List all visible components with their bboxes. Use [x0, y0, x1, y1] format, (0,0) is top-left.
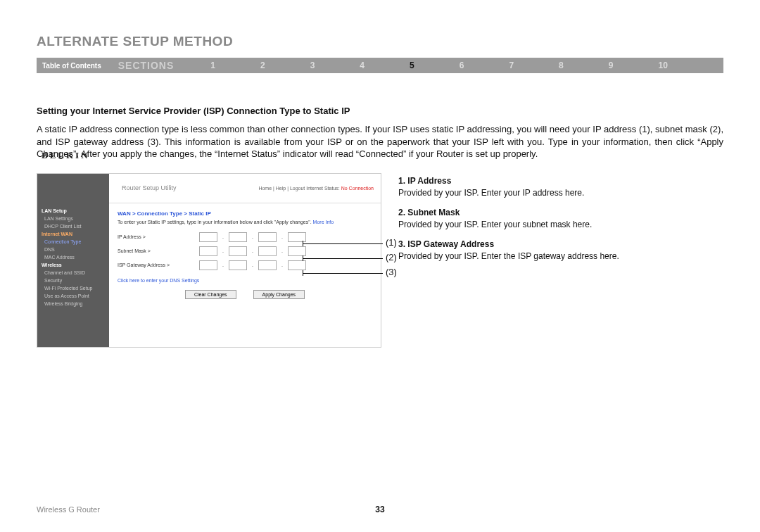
- section-link-10[interactable]: 10: [635, 61, 690, 70]
- gateway-octet-1[interactable]: [199, 260, 217, 270]
- sidebar-item-bridge[interactable]: Wireless Bridging: [44, 301, 105, 306]
- sidebar-item-dhcp[interactable]: DHCP Client List: [44, 224, 105, 229]
- internet-status-value: No Connection: [341, 186, 374, 191]
- router-header-links[interactable]: Home | Help | Logout Internet Status: No…: [258, 186, 374, 191]
- subnet-octet-4[interactable]: [288, 246, 306, 256]
- annotation-1: (1): [386, 237, 397, 248]
- section-link-2[interactable]: 2: [238, 61, 288, 70]
- list-item-2-text: Provided by your ISP. Enter your subnet …: [398, 220, 723, 229]
- annotation-tick-3: [303, 270, 303, 276]
- annotation-2: (2): [386, 252, 397, 262]
- section-link-3[interactable]: 3: [288, 61, 338, 70]
- field-row-gateway: ISP Gateway Address > . . .: [109, 258, 381, 272]
- field-row-ip: IP Address > . . .: [109, 230, 381, 244]
- ip-octet-1[interactable]: [199, 232, 217, 242]
- router-instruction: To enter your Static IP settings, type i…: [109, 220, 381, 230]
- section-link-9[interactable]: 9: [586, 61, 636, 70]
- ip-octet-3[interactable]: [258, 232, 277, 242]
- gateway-octet-3[interactable]: [258, 260, 277, 270]
- router-sidebar: BELKIN LAN Setup LAN Settings DHCP Clien…: [37, 174, 109, 347]
- sections-label: sections: [118, 60, 189, 71]
- ip-octet-2[interactable]: [229, 232, 247, 242]
- list-item-3-label: 3. ISP Gateway Address: [398, 239, 723, 249]
- annotation-tick-1: [303, 241, 303, 246]
- gateway-octet-4[interactable]: [288, 260, 306, 270]
- section-link-4[interactable]: 4: [337, 61, 387, 70]
- apply-changes-button[interactable]: Apply Changes: [253, 290, 305, 299]
- sidebar-lan-setup: LAN Setup: [42, 208, 105, 213]
- sidebar-internet-wan: Internet WAN: [42, 232, 105, 236]
- section-link-6[interactable]: 6: [437, 61, 487, 70]
- sidebar-item-security[interactable]: Security: [44, 278, 105, 283]
- annotation-line-2: [303, 258, 383, 259]
- ip-octet-4[interactable]: [288, 232, 306, 242]
- annotation-line-1: [303, 243, 383, 244]
- section-subheading: Setting your Internet Service Provider (…: [37, 106, 723, 116]
- list-item-1-text: Provided by your ISP. Enter your IP addr…: [398, 188, 723, 198]
- router-main: Router Setup Utility Home | Help | Logou…: [109, 174, 381, 347]
- gateway-octet-2[interactable]: [229, 260, 247, 270]
- router-breadcrumb: WAN > Connection Type > Static IP: [109, 203, 381, 220]
- section-link-8[interactable]: 8: [536, 61, 586, 70]
- sidebar-item-channel[interactable]: Channel and SSID: [44, 270, 105, 275]
- sidebar-item-lan-settings[interactable]: LAN Settings: [44, 216, 105, 221]
- product-name: Wireless G Router: [37, 505, 100, 514]
- intro-paragraph: A static IP address connection type is l…: [37, 123, 723, 160]
- clear-changes-button[interactable]: Clear Changes: [185, 290, 236, 299]
- brand-logo: BELKIN: [42, 150, 90, 161]
- field-row-subnet: Subnet Mask > . . .: [109, 244, 381, 258]
- router-utility-title: Router Setup Utility: [122, 184, 177, 191]
- page-number: 33: [375, 505, 384, 514]
- header-links-text: Home | Help | Logout Internet Status:: [258, 186, 339, 191]
- instr-text: To enter your Static IP settings, type i…: [118, 220, 312, 224]
- annotation-tick-2: [303, 255, 303, 261]
- sidebar-item-wps[interactable]: Wi-Fi Protected Setup: [44, 286, 105, 291]
- ip-label: IP Address >: [118, 234, 195, 239]
- gateway-label: ISP Gateway Address >: [118, 262, 195, 267]
- annotation-line-3: [303, 273, 383, 274]
- router-ui-screenshot: BELKIN LAN Setup LAN Settings DHCP Clien…: [37, 173, 381, 348]
- toc-link[interactable]: Table of Contents: [42, 62, 118, 70]
- sidebar-item-ap[interactable]: Use as Access Point: [44, 293, 105, 298]
- sidebar-item-connection-type[interactable]: Connection Type: [44, 239, 105, 244]
- dns-settings-link[interactable]: Click here to enter your DNS Settings: [109, 272, 381, 283]
- numbered-list: 1. IP Address Provided by your ISP. Ente…: [398, 176, 723, 261]
- section-link-1[interactable]: 1: [188, 61, 238, 70]
- subnet-octet-2[interactable]: [229, 246, 247, 256]
- section-link-7[interactable]: 7: [486, 61, 536, 70]
- sidebar-wireless: Wireless: [42, 262, 105, 267]
- list-item-3-text: Provided by your ISP. Enter the ISP gate…: [398, 251, 723, 261]
- page-title: ALTERNATE SETUP METHOD: [37, 34, 723, 49]
- page-footer: Wireless G Router 33: [37, 505, 723, 514]
- subnet-label: Subnet Mask >: [118, 248, 195, 253]
- subnet-octet-1[interactable]: [199, 246, 217, 256]
- more-info-link[interactable]: More Info: [313, 220, 334, 224]
- sidebar-item-mac[interactable]: MAC Address: [44, 255, 105, 260]
- sidebar-item-dns[interactable]: DNS: [44, 247, 105, 252]
- subnet-octet-3[interactable]: [258, 246, 277, 256]
- section-nav: Table of Contents sections 1 2 3 4 5 6 7…: [37, 58, 723, 73]
- section-link-5[interactable]: 5: [387, 61, 437, 70]
- list-item-2-label: 2. Subnet Mask: [398, 208, 723, 217]
- annotation-3: (3): [386, 267, 397, 277]
- list-item-1-label: 1. IP Address: [398, 176, 723, 186]
